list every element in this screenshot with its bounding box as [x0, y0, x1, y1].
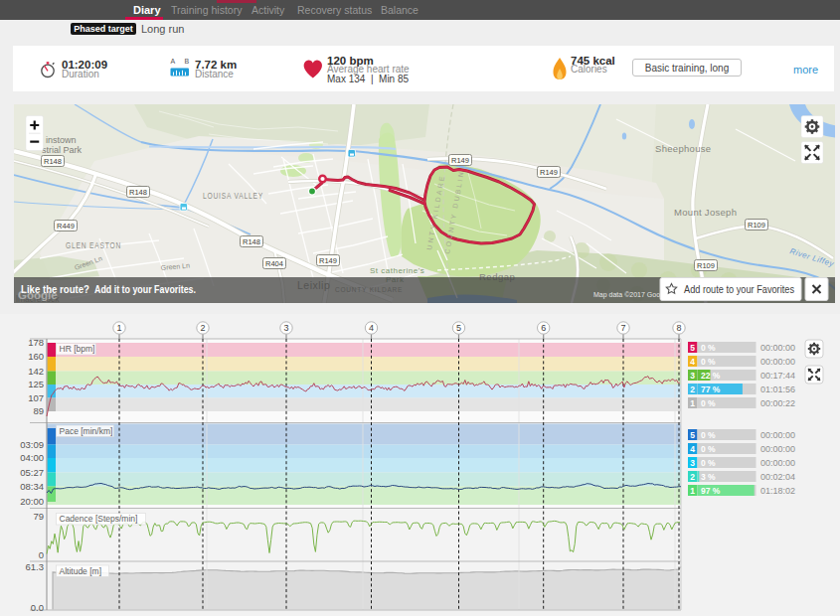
- svg-text:0 %: 0 %: [701, 357, 716, 367]
- svg-text:B: B: [185, 58, 190, 65]
- svg-text:107: 107: [28, 392, 44, 403]
- svg-text:Sheephouse: Sheephouse: [655, 143, 711, 154]
- svg-text:0 %: 0 %: [701, 430, 716, 440]
- svg-text:00:00:00: 00:00:00: [760, 458, 795, 468]
- svg-text:00:00:00: 00:00:00: [760, 430, 795, 440]
- svg-text:0 %: 0 %: [701, 444, 716, 454]
- svg-text:4: 4: [369, 323, 374, 333]
- svg-text:61.3: 61.3: [26, 561, 45, 572]
- svg-text:Altitude [m]: Altitude [m]: [60, 566, 102, 576]
- svg-text:4: 4: [690, 444, 695, 454]
- svg-text:0.0: 0.0: [31, 602, 44, 613]
- svg-text:R109: R109: [697, 261, 715, 270]
- svg-text:A: A: [171, 58, 176, 65]
- svg-text:5: 5: [690, 430, 695, 440]
- svg-text:00:00:00: 00:00:00: [760, 343, 795, 353]
- svg-text:08:34: 08:34: [20, 481, 44, 492]
- svg-text:0 %: 0 %: [701, 458, 716, 468]
- svg-text:89: 89: [33, 405, 44, 416]
- svg-text:R109: R109: [748, 221, 765, 230]
- svg-text:R148: R148: [44, 157, 62, 166]
- svg-text:03:09: 03:09: [20, 439, 44, 450]
- svg-text:Google: Google: [18, 289, 58, 301]
- svg-text:3: 3: [283, 323, 288, 333]
- svg-text:1: 1: [690, 398, 695, 408]
- svg-text:7: 7: [620, 323, 625, 333]
- svg-text:Map data ©2017 Google: Map data ©2017 Google: [593, 291, 669, 299]
- svg-text:Add route to your Favorites: Add route to your Favorites: [684, 283, 794, 295]
- svg-text:R149: R149: [540, 168, 558, 177]
- svg-text:R404: R404: [265, 259, 283, 268]
- svg-text:instown: instown: [46, 135, 77, 145]
- svg-text:R149: R149: [319, 256, 337, 265]
- svg-text:Pace [min/km]: Pace [min/km]: [60, 426, 113, 436]
- svg-text:R148: R148: [243, 237, 260, 246]
- svg-text:22 %: 22 %: [701, 371, 721, 381]
- svg-text:160: 160: [28, 351, 44, 362]
- svg-text:2: 2: [690, 385, 695, 394]
- svg-text:LOUISA VALLEY: LOUISA VALLEY: [203, 191, 263, 201]
- svg-text:R149: R149: [451, 156, 469, 165]
- svg-text:6: 6: [541, 323, 546, 333]
- svg-text:1: 1: [116, 323, 121, 333]
- svg-text:00:00:00: 00:00:00: [760, 357, 795, 367]
- svg-text:2: 2: [690, 472, 695, 482]
- svg-text:3 %: 3 %: [701, 472, 716, 482]
- svg-text:178: 178: [28, 337, 44, 348]
- svg-text:R449: R449: [57, 222, 75, 231]
- svg-text:2: 2: [200, 323, 205, 333]
- svg-text:Add it to your Favorites.: Add it to your Favorites.: [94, 283, 196, 295]
- svg-text:01:18:02: 01:18:02: [760, 486, 795, 496]
- svg-text:125: 125: [28, 379, 44, 389]
- svg-text:R148: R148: [129, 188, 147, 197]
- svg-text:0 %: 0 %: [701, 398, 716, 408]
- svg-text:77 %: 77 %: [701, 385, 721, 394]
- svg-text:strial Park: strial Park: [42, 145, 83, 155]
- svg-text:01:01:56: 01:01:56: [760, 385, 795, 394]
- svg-text:79: 79: [33, 511, 44, 522]
- svg-text:97 %: 97 %: [701, 486, 721, 496]
- svg-text:4: 4: [690, 357, 695, 367]
- svg-text:0 %: 0 %: [701, 343, 716, 353]
- svg-text:00:00:00: 00:00:00: [760, 444, 795, 454]
- svg-text:04:00: 04:00: [20, 452, 44, 463]
- svg-text:Mount Joseph: Mount Joseph: [674, 207, 737, 218]
- svg-text:05:27: 05:27: [20, 467, 44, 478]
- svg-text:8: 8: [676, 323, 681, 333]
- svg-text:20:00: 20:00: [20, 496, 44, 507]
- svg-text:5: 5: [456, 323, 461, 333]
- svg-text:0: 0: [39, 549, 44, 560]
- svg-text:00:17:44: 00:17:44: [760, 371, 795, 381]
- svg-text:1: 1: [690, 486, 695, 496]
- svg-text:00:00:22: 00:00:22: [760, 398, 795, 408]
- svg-text:GLEN EASTON: GLEN EASTON: [66, 240, 121, 250]
- svg-text:HR [bpm]: HR [bpm]: [60, 344, 95, 354]
- svg-text:3: 3: [690, 458, 695, 468]
- svg-text:3: 3: [690, 371, 695, 381]
- svg-text:00:02:04: 00:02:04: [760, 472, 795, 482]
- svg-text:Cadence [Steps/min]: Cadence [Steps/min]: [60, 514, 138, 524]
- svg-text:5: 5: [690, 343, 695, 353]
- svg-text:142: 142: [28, 366, 44, 377]
